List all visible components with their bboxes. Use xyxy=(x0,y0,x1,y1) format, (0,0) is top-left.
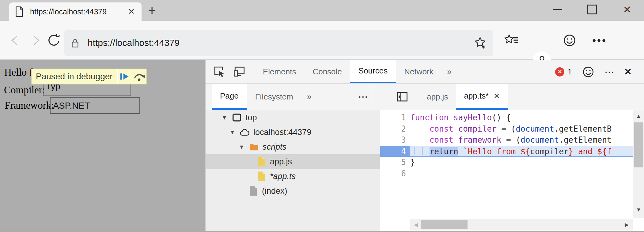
add-favorite-icon[interactable] xyxy=(473,36,487,50)
line-number-gutter: 123456 xyxy=(380,110,410,232)
resume-script-button[interactable] xyxy=(117,69,132,84)
back-button[interactable] xyxy=(7,32,23,48)
code-line[interactable] xyxy=(410,168,633,179)
line-number[interactable]: 2 xyxy=(380,123,410,135)
inspect-element-button[interactable] xyxy=(211,60,228,83)
code-line[interactable]: const compiler = (document.getElementB xyxy=(410,123,633,135)
devtools-close-button[interactable]: ✕ xyxy=(624,66,632,77)
step-over-button[interactable] xyxy=(132,69,146,84)
tab-network[interactable]: Network xyxy=(396,60,441,83)
tab-close-icon[interactable]: ✕ xyxy=(127,7,136,17)
editor-tab-bar: app.jsapp.ts*✕ xyxy=(380,84,644,110)
horizontal-scrollbar-thumb[interactable] xyxy=(421,220,468,229)
tab-elements[interactable]: Elements xyxy=(255,60,304,83)
collapse-sidebar-button[interactable] xyxy=(393,84,411,110)
tree-item-top[interactable]: ▾top xyxy=(206,110,380,125)
navigator-tab-page[interactable]: Page xyxy=(212,84,247,110)
scroll-up-icon[interactable]: ▲ xyxy=(633,113,644,119)
code-editor: 123456 function sayHello() { const compi… xyxy=(380,110,644,232)
lock-icon xyxy=(70,37,80,48)
resume-icon xyxy=(119,72,130,81)
code-token-embed: compiler xyxy=(530,147,568,156)
url-text[interactable]: https://localhost:44379 xyxy=(88,38,473,48)
window-minimize-button[interactable] xyxy=(546,0,570,19)
refresh-button[interactable] xyxy=(46,32,62,48)
settings-menu-button[interactable]: ••• xyxy=(591,32,608,48)
paused-in-debugger-banner: Paused in debugger xyxy=(31,69,147,84)
window-maximize-button[interactable] xyxy=(580,0,604,19)
navigator-more-tabs-button[interactable]: » xyxy=(301,84,317,110)
forward-button[interactable] xyxy=(28,32,44,48)
scroll-right-icon[interactable]: ▶ xyxy=(625,219,629,230)
code-token-def: framework xyxy=(458,135,502,144)
devtools-tab-bar: ElementsConsoleSourcesNetwork » ✕ 1 ⋯ ✕ xyxy=(206,60,644,84)
navigator-menu-button[interactable]: ⋯ xyxy=(358,84,368,110)
browser-window: https://localhost:44379 ✕ + ✕ https://lo… xyxy=(0,0,644,232)
code-token-plain: = ( xyxy=(497,124,516,133)
compiler-label: Compiler: xyxy=(4,84,45,96)
devtools-bar-right: ✕ 1 ⋯ ✕ xyxy=(555,60,632,84)
code-line[interactable]: } xyxy=(410,157,633,168)
navigator-tab-filesystem[interactable]: Filesystem xyxy=(247,84,301,110)
framework-input[interactable]: ASP.NET xyxy=(50,97,140,114)
code-token-plain xyxy=(410,124,430,133)
feedback-button[interactable] xyxy=(561,32,578,48)
line-number[interactable]: 4 xyxy=(380,146,410,157)
tree-item-label: top xyxy=(245,113,257,122)
new-tab-button[interactable]: + xyxy=(143,2,161,19)
tree-item-label: scripts xyxy=(263,142,286,152)
code-token-keyword: const xyxy=(430,124,453,133)
tab-title: https://localhost:44379 xyxy=(30,7,127,16)
tree-item-app-js[interactable]: app.js xyxy=(206,154,380,169)
tree-item-index[interactable]: (index) xyxy=(206,184,380,198)
file-icon-yellow xyxy=(256,171,267,181)
favorites-list-button[interactable] xyxy=(503,32,520,48)
page-viewport: Hello fr Compiler: Typ Framework: ASP.NE… xyxy=(0,60,205,232)
tab-sources[interactable]: Sources xyxy=(350,60,396,83)
refresh-icon xyxy=(47,33,61,48)
devtools-menu-button[interactable]: ⋯ xyxy=(604,66,614,78)
line-number[interactable]: 1 xyxy=(380,112,410,123)
horizontal-scrollbar[interactable]: ◀ ▶ xyxy=(410,219,633,230)
expander-icon[interactable]: ▾ xyxy=(231,128,239,136)
error-badge[interactable]: ✕ 1 xyxy=(555,67,572,77)
code-line[interactable]: const framework = (document.getElement xyxy=(410,134,633,146)
frame-icon xyxy=(231,113,242,122)
code-line[interactable]: function sayHello() { xyxy=(410,112,633,123)
code-line[interactable]: return `Hello from ${compiler} and ${f xyxy=(410,146,633,157)
device-toolbar-button[interactable] xyxy=(231,60,248,83)
tree-item-app-ts[interactable]: *app.ts xyxy=(206,169,380,184)
navigator-tabs: PageFilesystem xyxy=(212,84,301,110)
address-bar[interactable]: https://localhost:44379 xyxy=(64,30,493,56)
browser-tab[interactable]: https://localhost:44379 ✕ xyxy=(9,2,142,21)
code-token-plain: .getElementB xyxy=(554,124,612,133)
editor-tab-app-js[interactable]: app.js xyxy=(419,84,456,110)
cloud-icon xyxy=(239,128,250,137)
editor-tab-app-ts[interactable]: app.ts*✕ xyxy=(456,84,508,110)
expander-icon[interactable]: ▾ xyxy=(240,143,248,151)
tree-item-scripts[interactable]: ▾scripts xyxy=(206,140,380,154)
devtools-feedback-button[interactable] xyxy=(582,65,595,78)
line-number[interactable]: 6 xyxy=(380,168,410,179)
more-options-icon: ••• xyxy=(592,35,607,47)
code-token-paused-token: return xyxy=(430,147,458,156)
tab-console[interactable]: Console xyxy=(304,60,350,83)
vertical-scrollbar-thumb[interactable] xyxy=(634,122,643,167)
more-tabs-button[interactable]: » xyxy=(442,60,457,83)
editor-tab-close-icon[interactable]: ✕ xyxy=(494,92,500,100)
scroll-left-icon[interactable]: ◀ xyxy=(414,219,418,230)
scroll-down-icon[interactable]: ▼ xyxy=(633,207,644,213)
expander-icon[interactable]: ▾ xyxy=(223,114,231,122)
line-number[interactable]: 3 xyxy=(380,134,410,146)
window-close-button[interactable]: ✕ xyxy=(615,0,639,19)
line-number[interactable]: 5 xyxy=(380,157,410,168)
code-pane[interactable]: function sayHello() { const compiler = (… xyxy=(410,110,633,232)
minimize-icon xyxy=(553,9,562,10)
error-count: 1 xyxy=(567,67,572,77)
tree-item-localhost-44379[interactable]: ▾localhost:44379 xyxy=(206,125,380,140)
editor-tab-label: app.ts* xyxy=(464,91,489,101)
navbar-divider xyxy=(372,84,372,110)
vertical-scrollbar[interactable]: ▲ ▼ xyxy=(633,110,644,218)
editor-tab-label: app.js xyxy=(427,92,448,102)
code-token-plain xyxy=(458,147,463,156)
